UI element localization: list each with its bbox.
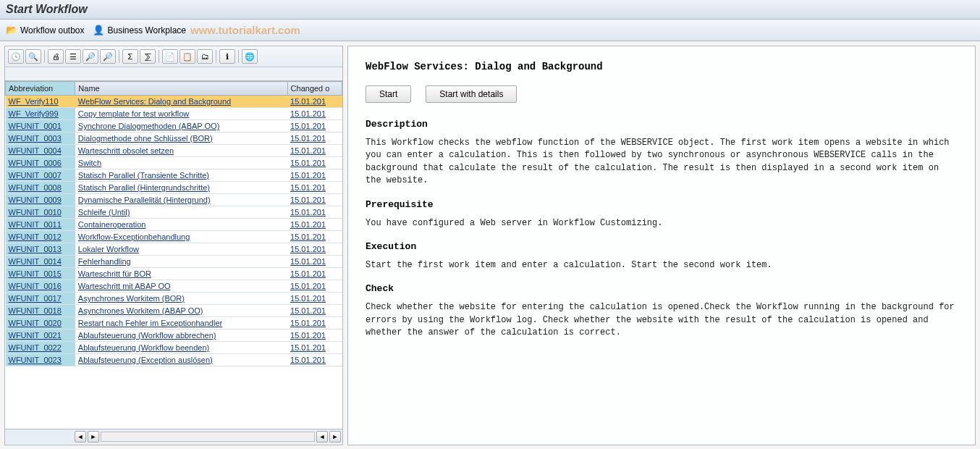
abbr-link[interactable]: WFUNIT_0021 bbox=[9, 331, 62, 340]
name-link[interactable]: Switch bbox=[78, 159, 101, 167]
name-link[interactable]: Ablaufsteuerung (Workflow abbrechen) bbox=[78, 331, 216, 340]
name-link[interactable]: Restart nach Fehler im Exceptionhandler bbox=[78, 319, 222, 327]
abbr-link[interactable]: WFUNIT_0012 bbox=[9, 232, 62, 241]
name-link[interactable]: Warteschritt obsolet setzen bbox=[78, 146, 174, 155]
changed-date: 15.01.201 bbox=[290, 356, 326, 364]
business-workplace-link[interactable]: 👤 Business Workplace bbox=[93, 25, 186, 35]
table-row[interactable]: WFUNIT_0001Synchrone Dialogmethoden (ABA… bbox=[6, 120, 342, 133]
changed-date: 15.01.201 bbox=[290, 245, 326, 253]
col-header-name[interactable]: Name bbox=[75, 82, 287, 96]
abbr-link[interactable]: WFUNIT_0001 bbox=[9, 122, 62, 130]
name-link[interactable]: Copy template for test workflow bbox=[78, 109, 189, 118]
table-row[interactable]: WF_Verify999Copy template for test workf… bbox=[6, 108, 342, 120]
find-icon[interactable]: 🔎 bbox=[83, 49, 98, 64]
display-icon[interactable]: 🔍 bbox=[25, 49, 41, 64]
abbr-link[interactable]: WFUNIT_0013 bbox=[9, 245, 62, 253]
table-row[interactable]: WFUNIT_0007Statisch Parallel (Transiente… bbox=[6, 169, 342, 182]
abbr-link[interactable]: WFUNIT_0023 bbox=[9, 356, 62, 364]
abbr-link[interactable]: WFUNIT_0011 bbox=[9, 220, 62, 229]
start-with-details-button[interactable]: Start with details bbox=[426, 85, 517, 103]
print-icon[interactable]: 🖨 bbox=[48, 49, 64, 64]
name-link[interactable]: Lokaler Workflow bbox=[78, 245, 139, 253]
execute-icon[interactable]: 🕓 bbox=[8, 49, 24, 64]
abbr-link[interactable]: WFUNIT_0006 bbox=[9, 159, 62, 167]
select-layout-icon[interactable]: 🗂 bbox=[197, 49, 213, 64]
table-row[interactable]: WFUNIT_0003Dialogmethode ohne Schlüssel … bbox=[6, 133, 342, 145]
start-button[interactable]: Start bbox=[366, 85, 411, 103]
changed-date: 15.01.201 bbox=[290, 282, 326, 290]
table-row[interactable]: WFUNIT_0015Warteschritt für BOR15.01.201 bbox=[6, 268, 342, 280]
export-icon[interactable]: 📄 bbox=[162, 49, 178, 64]
info-icon[interactable]: ℹ bbox=[219, 49, 235, 64]
scroll-track[interactable] bbox=[101, 432, 315, 442]
abbr-link[interactable]: WFUNIT_0003 bbox=[9, 134, 62, 143]
find-next-icon[interactable]: 🔎 bbox=[100, 49, 116, 64]
abbr-link[interactable]: WFUNIT_0017 bbox=[9, 294, 62, 303]
abbr-link[interactable]: WFUNIT_0009 bbox=[9, 196, 62, 204]
name-link[interactable]: WebFlow Services: Dialog and Background bbox=[78, 97, 231, 106]
scroll-right-icon[interactable]: ► bbox=[329, 431, 341, 442]
table-row[interactable]: WFUNIT_0021Ablaufsteuerung (Workflow abb… bbox=[6, 330, 342, 342]
name-link[interactable]: Warteschritt für BOR bbox=[78, 269, 151, 278]
name-link[interactable]: Workflow-Exceptionbehandlung bbox=[78, 232, 190, 241]
abbr-link[interactable]: WFUNIT_0008 bbox=[9, 183, 62, 192]
name-link[interactable]: Asynchrones Workitem (BOR) bbox=[78, 294, 185, 303]
sum-icon[interactable]: Σ bbox=[122, 49, 138, 64]
table-row[interactable]: WFUNIT_0020Restart nach Fehler im Except… bbox=[6, 317, 342, 330]
filter-icon[interactable]: ☰ bbox=[65, 49, 81, 64]
abbr-link[interactable]: WF_Verify110 bbox=[9, 97, 59, 106]
main-toolbar: 📂 Workflow outbox 👤 Business Workplace w… bbox=[0, 20, 980, 41]
name-link[interactable]: Dialogmethode ohne Schlüssel (BOR) bbox=[78, 134, 213, 143]
name-link[interactable]: Fehlerhandling bbox=[78, 257, 131, 266]
table-row[interactable]: WFUNIT_0012Workflow-Exceptionbehandlung1… bbox=[6, 231, 342, 243]
table-row[interactable]: WFUNIT_0011Containeroperation15.01.201 bbox=[6, 219, 342, 231]
abbr-link[interactable]: WFUNIT_0007 bbox=[9, 171, 62, 180]
separator bbox=[216, 50, 216, 63]
table-row[interactable]: WFUNIT_0009Dynamische Parallelität (Hint… bbox=[6, 194, 342, 206]
abbr-link[interactable]: WFUNIT_0020 bbox=[9, 319, 62, 327]
table-row[interactable]: WFUNIT_0008Statisch Parallel (Hintergrun… bbox=[6, 182, 342, 194]
name-link[interactable]: Statisch Parallel (Hintergrundschritte) bbox=[78, 183, 210, 192]
abbr-link[interactable]: WFUNIT_0015 bbox=[9, 269, 62, 278]
workflow-outbox-link[interactable]: 📂 Workflow outbox bbox=[6, 25, 84, 35]
scroll-left-icon[interactable]: ◄ bbox=[75, 431, 86, 442]
col-header-abbr[interactable]: Abbreviation bbox=[6, 82, 75, 96]
separator bbox=[119, 50, 119, 63]
table-row[interactable]: WFUNIT_0014Fehlerhandling15.01.201 bbox=[6, 256, 342, 268]
layout-icon[interactable]: 📋 bbox=[179, 49, 195, 64]
left-panel: 🕓🔍🖨☰🔎🔎Σ⅀📄📋🗂ℹ🌐 Abbreviation Name Changed … bbox=[4, 46, 343, 445]
abbr-link[interactable]: WFUNIT_0018 bbox=[9, 306, 62, 315]
table-scroll[interactable]: Abbreviation Name Changed o WF_Verify110… bbox=[5, 81, 342, 429]
abbr-link[interactable]: WFUNIT_0014 bbox=[9, 257, 62, 266]
table-row[interactable]: WF_Verify110WebFlow Services: Dialog and… bbox=[6, 96, 342, 108]
scroll-left-icon[interactable]: ◄ bbox=[316, 431, 328, 442]
table-row[interactable]: WFUNIT_0022Ablaufsteuerung (Workflow bee… bbox=[6, 342, 342, 354]
abbr-link[interactable]: WFUNIT_0022 bbox=[9, 343, 62, 352]
name-link[interactable]: Ablaufsteuerung (Exception auslösen) bbox=[78, 356, 213, 364]
page-title: Start Workflow bbox=[6, 3, 974, 16]
name-link[interactable]: Dynamische Parallelität (Hintergrund) bbox=[78, 196, 211, 204]
name-link[interactable]: Ablaufsteuerung (Workflow beenden) bbox=[78, 343, 209, 352]
table-row[interactable]: WFUNIT_0004Warteschritt obsolet setzen15… bbox=[6, 145, 342, 157]
table-row[interactable]: WFUNIT_0010Schleife (Until)15.01.201 bbox=[6, 206, 342, 219]
abbr-link[interactable]: WFUNIT_0010 bbox=[9, 208, 62, 217]
name-link[interactable]: Statisch Parallel (Transiente Schritte) bbox=[78, 171, 209, 180]
table-row[interactable]: WFUNIT_0016Warteschritt mit ABAP OO15.01… bbox=[6, 280, 342, 293]
scroll-right-icon[interactable]: ► bbox=[88, 431, 99, 442]
name-link[interactable]: Asynchrones Workitem (ABAP OO) bbox=[78, 306, 203, 315]
name-link[interactable]: Synchrone Dialogmethoden (ABAP OO) bbox=[78, 122, 219, 130]
table-row[interactable]: WFUNIT_0017Asynchrones Workitem (BOR)15.… bbox=[6, 293, 342, 305]
col-header-changed[interactable]: Changed o bbox=[287, 82, 342, 96]
table-row[interactable]: WFUNIT_0023Ablaufsteuerung (Exception au… bbox=[6, 354, 342, 366]
abbr-link[interactable]: WFUNIT_0016 bbox=[9, 282, 62, 290]
table-row[interactable]: WFUNIT_0013Lokaler Workflow15.01.201 bbox=[6, 243, 342, 256]
name-link[interactable]: Warteschritt mit ABAP OO bbox=[78, 282, 171, 290]
subtotal-icon[interactable]: ⅀ bbox=[140, 49, 156, 64]
name-link[interactable]: Containeroperation bbox=[78, 220, 146, 229]
table-row[interactable]: WFUNIT_0006Switch15.01.201 bbox=[6, 157, 342, 169]
abbr-link[interactable]: WFUNIT_0004 bbox=[9, 146, 62, 155]
table-row[interactable]: WFUNIT_0018Asynchrones Workitem (ABAP OO… bbox=[6, 305, 342, 317]
chart-icon[interactable]: 🌐 bbox=[242, 49, 258, 64]
abbr-link[interactable]: WF_Verify999 bbox=[9, 109, 59, 118]
name-link[interactable]: Schleife (Until) bbox=[78, 208, 130, 217]
